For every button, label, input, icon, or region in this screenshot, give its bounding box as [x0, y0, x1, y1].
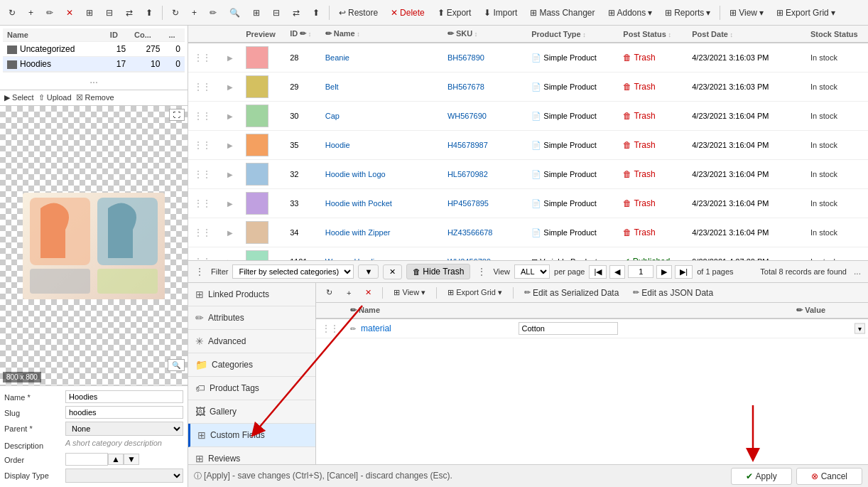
parent-select[interactable]: None — [65, 422, 183, 436]
page-input[interactable] — [628, 265, 653, 278]
zoom-btn[interactable]: 🔍 — [168, 359, 185, 371]
drag-handle[interactable]: ⋮⋮ — [194, 82, 211, 92]
drag-handle[interactable]: ⋮⋮ — [194, 198, 211, 208]
nav-linked-products[interactable]: ⊞ Linked Products — [188, 283, 315, 306]
col-co-header[interactable]: Co... — [130, 28, 164, 42]
nav-attributes[interactable]: ✏ Attributes — [188, 306, 315, 330]
hide-trash-btn[interactable]: 🗑 Hide Trash — [406, 264, 470, 279]
order-up-btn[interactable]: ▲ — [108, 454, 124, 465]
filter-select[interactable]: Filter by selected categories) — [232, 264, 354, 279]
cf-drag-handle[interactable]: ⋮⋮ — [322, 323, 339, 333]
sku-col-header[interactable]: ✏ SKU — [442, 26, 526, 43]
cf-export-btn[interactable]: ⊞ Export Grid ▾ — [442, 286, 508, 299]
copy4-btn[interactable]: ⊟ — [267, 5, 286, 21]
refresh-btn[interactable]: ↻ — [166, 5, 185, 21]
name-cell[interactable]: Women Hoodie — [320, 247, 442, 261]
grid-row[interactable]: ⋮⋮ ▶ 33 Hoodie with Pocket HP4567895 📄 S… — [188, 189, 868, 218]
name-cell[interactable]: Hoodie with Logo — [320, 160, 442, 189]
addons-button[interactable]: ⊞ Addons ▾ — [602, 5, 658, 21]
filter-icon-btn[interactable]: ▼ — [358, 264, 379, 279]
cf-edit-json-btn[interactable]: ✏ Edit as JSON Data — [627, 286, 719, 300]
select-button[interactable]: ▶ Select — [4, 93, 34, 102]
prev-page-btn[interactable]: ◀ — [609, 265, 625, 279]
col-id-header[interactable]: ID — [106, 28, 130, 42]
first-page-btn[interactable]: |◀ — [589, 265, 607, 279]
cf-material-name[interactable]: material — [361, 323, 391, 333]
date-col-header[interactable]: Post Date — [686, 26, 805, 43]
filter-extra-dots[interactable]: ... — [851, 267, 864, 277]
delete-button[interactable]: ✕ Delete — [385, 5, 430, 21]
cf-value-input[interactable] — [519, 322, 618, 335]
name-cell[interactable]: Cap — [320, 102, 442, 131]
cf-delete-btn[interactable]: ✕ — [359, 286, 377, 299]
nav-custom-fields[interactable]: ⊞ Custom Fields — [188, 424, 315, 447]
grid-row[interactable]: ⋮⋮ ▶ 30 Cap WH567690 📄 Simple Product 🗑 … — [188, 102, 868, 131]
grid-row[interactable]: ⋮⋮ ▶ 29 Belt BH567678 📄 Simple Product 🗑… — [188, 73, 868, 102]
export-grid-button[interactable]: ⊞ Export Grid ▾ — [771, 5, 841, 21]
remove-button[interactable]: ☒ Remove — [76, 93, 114, 102]
drag-handle[interactable]: ⋮⋮ — [194, 228, 211, 237]
drag-handle[interactable]: ⋮⋮ — [194, 111, 211, 121]
col-name-header[interactable]: Name — [3, 28, 106, 42]
name-input[interactable] — [65, 390, 183, 403]
name-cell[interactable]: Hoodie with Zipper — [320, 218, 442, 247]
mass-changer-button[interactable]: ⊞ Mass Changer — [524, 5, 600, 21]
cf-view-btn[interactable]: ⊞ View ▾ — [388, 286, 431, 299]
restore-button[interactable]: ↩ Restore — [333, 5, 384, 21]
nav-product-tags[interactable]: 🏷 Product Tags — [188, 377, 315, 400]
name-cell[interactable]: Belt — [320, 73, 442, 102]
cancel-button[interactable]: ⊗ Cancel — [796, 468, 862, 485]
fullscreen-btn[interactable]: ⛶ — [169, 109, 185, 121]
next-page-btn[interactable]: ▶ — [656, 265, 672, 279]
reports-button[interactable]: ⊞ Reports ▾ — [659, 5, 716, 21]
filter-menu-btn[interactable]: ⋮ — [192, 267, 207, 277]
type-col-header[interactable]: Product Type — [526, 26, 617, 43]
order-down-btn[interactable]: ▼ — [124, 454, 139, 465]
grid-row[interactable]: ⋮⋮ ▶ 32 Hoodie with Logo HL5670982 📄 Sim… — [188, 160, 868, 189]
view-dots-btn[interactable]: ⋮ — [474, 267, 489, 277]
download-btn[interactable]: ⬆ — [307, 5, 325, 21]
apply-button[interactable]: ✔ Apply — [731, 468, 792, 485]
status-col-header[interactable]: Post Status — [617, 26, 686, 43]
nav-reviews[interactable]: ⊞ Reviews — [188, 447, 315, 464]
add-btn[interactable]: + — [23, 5, 39, 21]
name-cell[interactable]: Beanie — [320, 43, 442, 73]
cf-name-col-header[interactable]: ✏ Name — [345, 303, 513, 319]
grid-row[interactable]: ⋮⋮ ▶ 35 Hoodie H45678987 📄 Simple Produc… — [188, 131, 868, 160]
filter-icon2-btn[interactable]: ✕ — [383, 264, 402, 279]
nav-gallery[interactable]: 🖼 Gallery — [188, 400, 315, 424]
col-extra-header[interactable]: ... — [164, 28, 185, 42]
cf-dropdown-btn[interactable]: ▾ — [855, 323, 865, 334]
copy-btn[interactable]: ⊞ — [80, 5, 99, 21]
cf-value-col-header[interactable]: ✏ Value — [513, 303, 868, 319]
grid-row[interactable]: ⋮⋮ ▶ 1121 Women Hoodie WH3456789 ⊞ Varia… — [188, 247, 868, 261]
grid-row[interactable]: ⋮⋮ ▶ 28 Beanie BH567890 📄 Simple Product… — [188, 43, 868, 73]
stock-col-header[interactable]: Stock Status — [805, 26, 868, 43]
order-input[interactable] — [65, 453, 108, 466]
display-select[interactable] — [65, 469, 183, 483]
edit-btn[interactable]: ✏ — [40, 5, 59, 21]
name-cell[interactable]: Hoodie — [320, 131, 442, 160]
upload-button[interactable]: ⇧ Upload — [38, 93, 72, 102]
cf-refresh-btn[interactable]: ↻ — [320, 286, 338, 299]
cf-edit-serialized-btn[interactable]: ✏ Edit as Serialized Data — [519, 286, 624, 300]
category-row-hoodies[interactable]: Hoodies 17 10 0 — [3, 57, 185, 72]
drag-handle[interactable]: ⋮⋮ — [194, 140, 211, 150]
copy3-btn[interactable]: ⊞ — [247, 5, 266, 21]
save-btn[interactable]: ⬆ — [140, 5, 158, 21]
close-btn[interactable]: ✕ — [60, 5, 79, 21]
arrows2-btn[interactable]: ⇄ — [287, 5, 305, 21]
view-select[interactable]: ALL — [514, 264, 550, 279]
nav-advanced[interactable]: ✳ Advanced — [188, 330, 315, 353]
grid-row[interactable]: ⋮⋮ ▶ 34 Hoodie with Zipper HZ43566678 📄 … — [188, 218, 868, 247]
edit2-btn[interactable]: ✏ — [204, 5, 222, 21]
last-page-btn[interactable]: ▶| — [675, 265, 693, 279]
drag-handle[interactable]: ⋮⋮ — [194, 169, 211, 179]
name-col-header[interactable]: ✏ Name — [320, 26, 442, 43]
cf-add-btn[interactable]: + — [341, 287, 357, 299]
copy2-btn[interactable]: ⊟ — [100, 5, 119, 21]
export-button[interactable]: ⬆ Export — [432, 5, 477, 21]
import-button[interactable]: ⬇ Import — [478, 5, 523, 21]
search-btn[interactable]: 🔍 — [224, 5, 246, 21]
view-button[interactable]: ⊞ View ▾ — [724, 5, 769, 21]
